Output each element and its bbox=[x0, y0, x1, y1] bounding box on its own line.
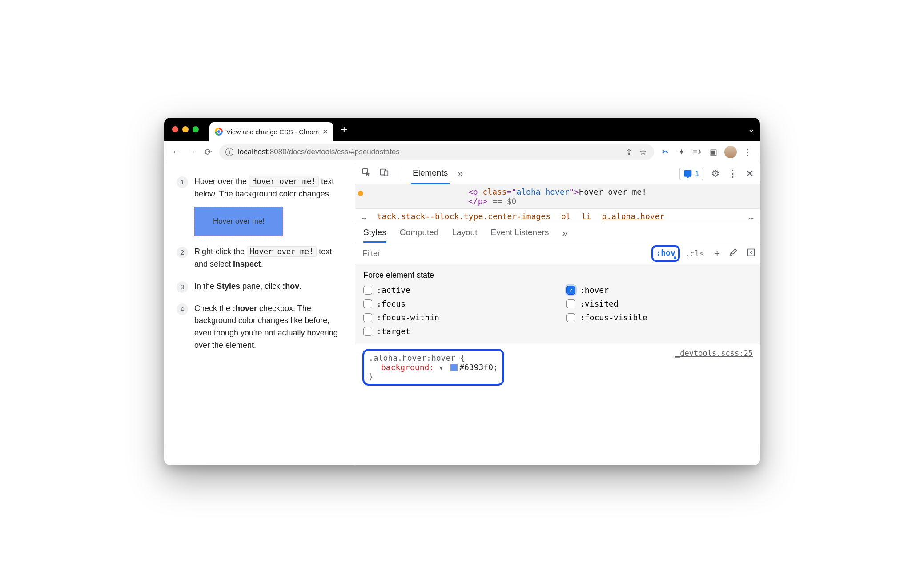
subtab-overflow-icon[interactable]: » bbox=[562, 228, 567, 243]
side-panel-icon[interactable]: ▣ bbox=[708, 147, 718, 157]
paint-brush-icon[interactable] bbox=[729, 248, 738, 259]
devtools-panel: Elements » 1 ⚙ ⋮ ✕ <p class="aloha hover… bbox=[355, 163, 760, 465]
share-icon[interactable]: ⇪ bbox=[624, 147, 634, 157]
styles-filter-input[interactable] bbox=[355, 249, 651, 258]
back-button[interactable]: ← bbox=[171, 147, 181, 157]
subtab-layout[interactable]: Layout bbox=[452, 228, 477, 243]
reading-list-icon[interactable]: ≡♪ bbox=[692, 147, 702, 156]
css-property[interactable]: background: bbox=[381, 363, 434, 372]
new-style-rule-button[interactable]: + bbox=[714, 248, 720, 260]
window-controls bbox=[172, 126, 199, 132]
site-info-icon[interactable]: i bbox=[225, 148, 233, 156]
minimize-window-icon[interactable] bbox=[182, 126, 189, 132]
address-bar[interactable]: i localhost:8080/docs/devtools/css/#pseu… bbox=[219, 144, 654, 160]
state-active[interactable]: :active bbox=[363, 285, 549, 295]
color-swatch-icon[interactable] bbox=[450, 364, 458, 371]
close-tab-icon[interactable]: ✕ bbox=[322, 128, 328, 136]
panel-overflow-icon[interactable]: » bbox=[458, 168, 463, 180]
issues-count: 1 bbox=[695, 170, 699, 178]
browser-tab[interactable]: View and change CSS - Chrom ✕ bbox=[209, 122, 333, 141]
css-rule-highlight: .aloha.hover:hover { background: ▶ #6393… bbox=[362, 349, 504, 386]
step-number: 1 bbox=[177, 176, 188, 188]
issues-button[interactable]: 1 bbox=[679, 168, 703, 180]
breadcrumb-item[interactable]: li bbox=[582, 212, 591, 221]
step-text: Check the :hover checkbox. The backgroun… bbox=[194, 303, 345, 352]
step-text: Right-click the Hover over me! text and … bbox=[194, 246, 345, 271]
state-focus-visible[interactable]: :focus-visible bbox=[566, 313, 752, 322]
close-devtools-icon[interactable]: ✕ bbox=[746, 168, 754, 180]
breadcrumb-overflow-icon[interactable]: … bbox=[749, 212, 754, 221]
computed-panel-toggle-icon[interactable] bbox=[747, 248, 755, 259]
hov-toggle-button[interactable]: :hov bbox=[651, 245, 679, 262]
device-toggle-icon[interactable] bbox=[379, 168, 389, 180]
browser-toolbar: ← → ⟳ i localhost:8080/docs/devtools/css… bbox=[164, 141, 760, 163]
url-text: localhost:8080/docs/devtools/css/#pseudo… bbox=[238, 148, 400, 156]
tab-elements[interactable]: Elements bbox=[411, 163, 450, 184]
reload-button[interactable]: ⟳ bbox=[203, 147, 213, 157]
devtools-menu-icon[interactable]: ⋮ bbox=[728, 168, 738, 180]
styles-filter-row: :hov .cls + bbox=[355, 243, 760, 264]
subtab-event-listeners[interactable]: Event Listeners bbox=[490, 228, 549, 243]
new-tab-button[interactable]: + bbox=[341, 123, 347, 136]
dom-tree-row-selected[interactable]: <p class="aloha hover">Hover over me! </… bbox=[355, 184, 760, 209]
subtab-computed[interactable]: Computed bbox=[400, 228, 439, 243]
inspect-element-icon[interactable] bbox=[362, 168, 371, 180]
settings-icon[interactable]: ⚙ bbox=[711, 168, 720, 180]
breadcrumb-overflow-icon[interactable]: … bbox=[362, 212, 366, 221]
step-2: 2 Right-click the Hover over me! text an… bbox=[177, 246, 345, 271]
tab-title: View and change CSS - Chrom bbox=[226, 128, 319, 136]
styles-subtabs: Styles Computed Layout Event Listeners » bbox=[355, 224, 760, 243]
state-hover[interactable]: ✓:hover bbox=[566, 285, 752, 295]
step-text: In the Styles pane, click :hov. bbox=[194, 280, 301, 293]
dom-breadcrumbs[interactable]: … tack.stack--block.type.center-images o… bbox=[355, 209, 760, 224]
css-source-link[interactable]: _devtools.scss:25 bbox=[675, 349, 753, 386]
state-focus-within[interactable]: :focus-within bbox=[363, 313, 549, 322]
profile-avatar[interactable] bbox=[724, 146, 737, 158]
svg-rect-3 bbox=[748, 249, 755, 256]
hover-demo-box[interactable]: Hover over me! bbox=[194, 207, 283, 236]
css-rule: .aloha.hover:hover { background: ▶ #6393… bbox=[355, 344, 760, 390]
browser-window: View and change CSS - Chrom ✕ + ⌄ ← → ⟳ … bbox=[164, 118, 760, 465]
expand-shorthand-icon[interactable]: ▶ bbox=[438, 367, 445, 370]
tab-overflow-button[interactable]: ⌄ bbox=[748, 124, 755, 134]
forward-button[interactable]: → bbox=[187, 147, 197, 157]
tab-strip: View and change CSS - Chrom ✕ + ⌄ bbox=[164, 118, 760, 141]
step-number: 3 bbox=[177, 281, 188, 293]
chrome-favicon-icon bbox=[215, 128, 223, 136]
browser-menu-icon[interactable]: ⋮ bbox=[743, 147, 753, 157]
content-area: 1 Hover over the Hover over me! text bel… bbox=[164, 163, 760, 465]
step-3: 3 In the Styles pane, click :hov. bbox=[177, 280, 345, 293]
step-number: 4 bbox=[177, 303, 188, 315]
extensions-icon[interactable]: ✦ bbox=[676, 147, 686, 157]
breadcrumb-item-selected[interactable]: p.aloha.hover bbox=[602, 212, 664, 221]
devtools-toolbar: Elements » 1 ⚙ ⋮ ✕ bbox=[355, 163, 760, 184]
subtab-styles[interactable]: Styles bbox=[363, 228, 386, 243]
force-state-title: Force element state bbox=[363, 271, 752, 280]
cls-toggle-button[interactable]: .cls bbox=[685, 249, 704, 258]
css-value[interactable]: #6393f0; bbox=[459, 363, 498, 372]
scissors-icon[interactable]: ✂ bbox=[660, 147, 670, 157]
svg-rect-2 bbox=[384, 171, 388, 176]
step-text: Hover over the Hover over me! text below… bbox=[194, 176, 345, 236]
close-window-icon[interactable] bbox=[172, 126, 178, 132]
documentation-pane: 1 Hover over the Hover over me! text bel… bbox=[164, 163, 355, 465]
step-number: 2 bbox=[177, 247, 188, 258]
state-visited[interactable]: :visited bbox=[566, 299, 752, 308]
maximize-window-icon[interactable] bbox=[193, 126, 199, 132]
force-element-state-panel: Force element state :active ✓:hover :foc… bbox=[355, 264, 760, 344]
step-1: 1 Hover over the Hover over me! text bel… bbox=[177, 176, 345, 236]
bookmark-icon[interactable]: ☆ bbox=[638, 147, 648, 157]
state-focus[interactable]: :focus bbox=[363, 299, 549, 308]
css-rule-close: } bbox=[369, 372, 498, 381]
forced-state-indicator-icon bbox=[358, 191, 363, 196]
step-4: 4 Check the :hover checkbox. The backgro… bbox=[177, 303, 345, 352]
breadcrumb-item[interactable]: tack.stack--block.type.center-images bbox=[377, 212, 550, 221]
state-target[interactable]: :target bbox=[363, 327, 549, 336]
breadcrumb-item[interactable]: ol bbox=[561, 212, 571, 221]
css-selector[interactable]: .aloha.hover:hover { bbox=[369, 353, 465, 363]
